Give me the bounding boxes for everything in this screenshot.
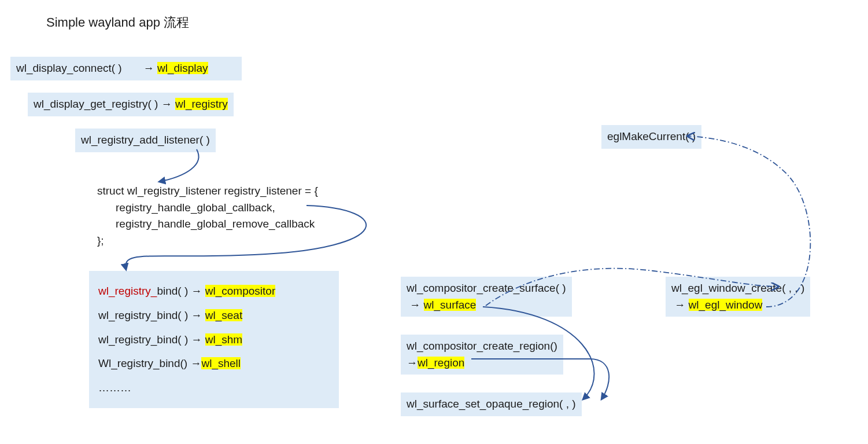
return-type: wl_region <box>418 357 464 369</box>
bind-call: wl_registry_bind( ) → <box>98 309 202 321</box>
arrow-glyph: → <box>161 98 172 110</box>
node-wl-display-get-registry: wl_display_get_registry( ) → wl_registry <box>28 93 234 116</box>
bind-compositor: wl_registry_bind( ) → wl_compositor <box>98 279 330 303</box>
struct-line-2: registry_handle_global_callback, <box>116 201 275 214</box>
bind-call: wl_registry_bind( ) → <box>98 333 202 346</box>
struct-line-3: registry_handle_global_remove_callback <box>116 218 315 230</box>
struct-line-1: struct wl_registry_listener registry_lis… <box>97 183 318 200</box>
return-type: wl_display <box>157 62 208 74</box>
call-text: wl_compositor_create_region() <box>407 338 557 355</box>
node-create-surface: wl_compositor_create_surface( ) → wl_sur… <box>401 277 572 317</box>
return-type: wl_surface <box>424 299 477 311</box>
struct-registry-listener: struct wl_registry_listener registry_lis… <box>97 183 318 249</box>
node-create-region: wl_compositor_create_region() →wl_region <box>401 335 563 375</box>
call-text: wl_egl_window_create( , , ) <box>671 280 804 297</box>
bind-ret: wl_compositor <box>205 285 275 297</box>
bind-call: bind( ) → <box>157 285 202 297</box>
call-text: wl_display_connect( ) <box>16 62 122 74</box>
call-text: wl_display_get_registry( ) <box>34 98 158 110</box>
bind-ret: wl_shell <box>201 357 241 369</box>
call-text: wl_registry_add_listener( ) <box>81 134 210 146</box>
node-set-opaque-region: wl_surface_set_opaque_region( , ) <box>401 392 582 416</box>
struct-line-4: }; <box>97 233 318 249</box>
arrow-glyph: → <box>409 299 420 311</box>
node-egl-window-create: wl_egl_window_create( , , ) → wl_egl_win… <box>666 277 810 317</box>
arrow-listener-to-struct <box>159 149 199 182</box>
call-text: wl_compositor_create_surface( ) <box>407 280 566 297</box>
return-type: wl_egl_window <box>689 299 763 311</box>
bind-seat: wl_registry_bind( ) → wl_seat <box>98 303 330 328</box>
bind-ret: wl_seat <box>205 309 242 321</box>
arrow-glyph: → <box>674 299 685 311</box>
call-text: wl_surface_set_opaque_region( , ) <box>407 398 576 410</box>
bind-ret: wl_shm <box>205 333 242 346</box>
node-wl-registry-add-listener: wl_registry_add_listener( ) <box>75 129 216 152</box>
node-registry-binds: wl_registry_bind( ) → wl_compositor wl_r… <box>89 271 339 408</box>
node-wl-display-connect: wl_display_connect( ) → wl_display <box>10 57 242 80</box>
return-type: wl_registry <box>175 98 228 110</box>
bind-shm: wl_registry_bind( ) → wl_shm <box>98 328 330 352</box>
bind-call: Wl_registry_bind() → <box>98 357 201 369</box>
node-egl-make-current: eglMakeCurrent( ) <box>601 125 701 149</box>
bind-shell: Wl_registry_bind() →wl_shell <box>98 351 330 376</box>
arrow-glyph: → <box>143 62 154 74</box>
arrow-glyph: → <box>407 357 418 369</box>
bind-prefix-red: wl_registry_ <box>98 285 157 297</box>
bind-more: ……… <box>98 376 330 400</box>
diagram-title: Simple wayland app 流程 <box>46 14 189 31</box>
call-text: eglMakeCurrent( ) <box>607 130 696 142</box>
